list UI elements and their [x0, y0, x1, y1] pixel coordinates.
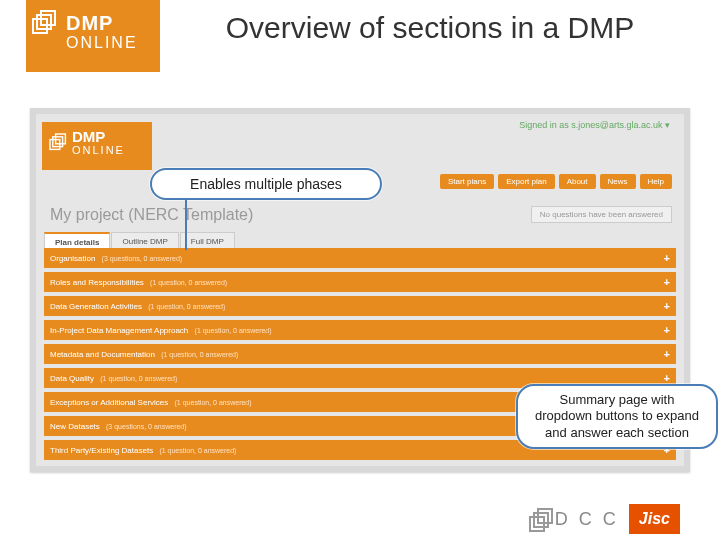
expand-icon[interactable]: +	[664, 372, 670, 384]
dcc-text: D C C	[555, 509, 619, 530]
dcc-logo: D C C	[529, 508, 619, 530]
project-heading: My project (NERC Template)	[50, 206, 253, 224]
section-row[interactable]: Roles and Responsibilities (1 question, …	[44, 272, 676, 292]
section-row[interactable]: Data Generation Activities (1 question, …	[44, 296, 676, 316]
nav-item[interactable]: About	[559, 174, 596, 189]
section-row[interactable]: Organisation (3 questions, 0 answered)+	[44, 248, 676, 268]
dmp-online-logo: DMP ONLINE	[26, 0, 160, 72]
section-row[interactable]: In-Project Data Management Approach (1 q…	[44, 320, 676, 340]
app-logo: DMP ONLINE	[42, 122, 152, 170]
callout-summary: Summary page with dropdown buttons to ex…	[516, 384, 718, 449]
logo-dmp-text: DMP	[66, 12, 113, 35]
signed-in-text[interactable]: Signed in as s.jones@arts.gla.ac.uk ▾	[519, 120, 670, 130]
answer-status: No questions have been answered	[531, 206, 672, 223]
section-row[interactable]: Metadata and Documentation (1 question, …	[44, 344, 676, 364]
footer-logos: D C C Jisc	[0, 504, 720, 534]
expand-icon[interactable]: +	[664, 348, 670, 360]
callout-connector-line	[185, 198, 187, 250]
expand-icon[interactable]: +	[664, 324, 670, 336]
nav-item[interactable]: Export plan	[498, 174, 554, 189]
stacked-squares-icon	[32, 10, 54, 32]
nav-item[interactable]: Help	[640, 174, 672, 189]
nav-item[interactable]: News	[600, 174, 636, 189]
expand-icon[interactable]: +	[664, 252, 670, 264]
app-logo-online: ONLINE	[72, 144, 125, 156]
logo-online-text: ONLINE	[66, 34, 138, 52]
top-nav: Start plans Export plan About News Help	[440, 174, 672, 189]
slide-title: Overview of sections in a DMP	[180, 10, 680, 46]
expand-icon[interactable]: +	[664, 300, 670, 312]
nav-item[interactable]: Start plans	[440, 174, 494, 189]
callout-phases: Enables multiple phases	[150, 168, 382, 200]
jisc-logo: Jisc	[629, 504, 680, 534]
expand-icon[interactable]: +	[664, 276, 670, 288]
app-logo-dmp: DMP	[72, 128, 105, 145]
stacked-squares-icon	[529, 508, 551, 530]
stacked-squares-icon	[46, 130, 68, 152]
